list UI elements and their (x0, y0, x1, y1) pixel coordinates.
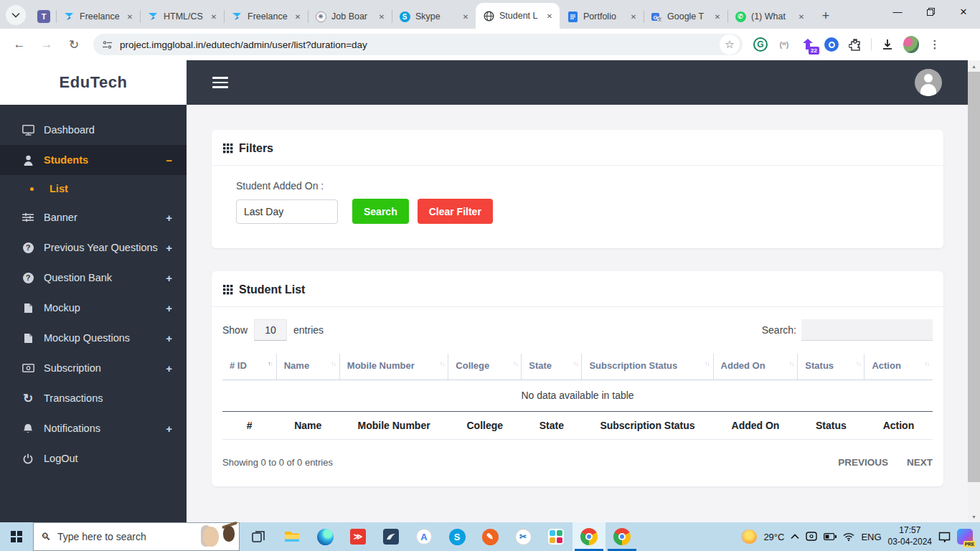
close-tab-icon[interactable]: ✕ (628, 11, 639, 22)
temperature-text[interactable]: 29°C (763, 532, 784, 542)
expand-toggle-icon[interactable]: + (166, 242, 172, 254)
sidebar-item-question-bank[interactable]: ?Question Bank+ (0, 263, 187, 293)
browser-tab-5[interactable]: SSkype✕ (392, 4, 476, 29)
close-tab-icon[interactable]: ✕ (376, 11, 387, 22)
search-doodle-image[interactable] (199, 524, 237, 550)
sort-arrows-icon[interactable]: ↑↓ (440, 360, 445, 367)
browser-tab-1[interactable]: Freelance✕ (56, 4, 140, 29)
scroll-up-icon[interactable]: ▲ (968, 60, 980, 72)
page-scrollbar[interactable]: ▲ ▼ (968, 60, 980, 522)
blue-extension-icon[interactable] (824, 37, 839, 52)
added-on-input[interactable] (236, 199, 338, 224)
gray-extension-icon[interactable]: (ʷ) (776, 37, 792, 52)
taskbar-app-database-app[interactable] (374, 522, 407, 551)
url-text[interactable]: project.imgglobal.in/edutech/admin/user/… (120, 39, 720, 50)
pinned-tab-teams[interactable]: T (32, 4, 56, 29)
taskbar-app-design-app[interactable]: A (407, 522, 440, 551)
back-button[interactable]: ← (9, 34, 29, 55)
wifi-icon[interactable] (843, 532, 854, 541)
sort-arrows-icon[interactable]: ↑↓ (856, 360, 861, 367)
weather-icon[interactable] (743, 529, 757, 544)
sidebar-item-mockup-questions[interactable]: Mockup Questions+ (0, 323, 187, 353)
close-tab-icon[interactable]: ✕ (208, 11, 220, 22)
sort-arrows-icon[interactable]: ↑↓ (331, 360, 336, 367)
taskbar-app-slack[interactable] (540, 522, 573, 551)
scrollbar-thumb[interactable] (968, 72, 980, 482)
column-header-added-on[interactable]: Added On↑↓ (713, 354, 798, 380)
taskbar-search[interactable]: 🔎︎ Type here to search (33, 522, 240, 551)
search-button[interactable]: Search (352, 199, 409, 224)
clear-filter-button[interactable]: Clear Filter (418, 199, 493, 224)
sort-arrows-icon[interactable]: ↑↓ (268, 360, 273, 367)
copilot-icon[interactable]: PRE (957, 529, 973, 545)
start-button[interactable] (0, 522, 33, 551)
taskbar-app-chrome[interactable] (573, 522, 606, 551)
browser-menu-icon[interactable]: ⋮ (927, 37, 943, 52)
close-tab-icon[interactable]: ✕ (544, 10, 555, 22)
teams-tray-icon[interactable] (806, 532, 817, 542)
sidebar-item-transactions[interactable]: ↺Transactions (0, 383, 187, 413)
column-header-action[interactable]: Action↑↓ (864, 354, 933, 380)
browser-tab-7[interactable]: Portfolio✕ (560, 4, 644, 29)
column-header-state[interactable]: State↑↓ (522, 354, 582, 380)
sidebar-item-notifications[interactable]: Notifications+ (0, 413, 187, 443)
taskbar-app-file-explorer[interactable] (275, 522, 308, 551)
taskbar-app-task-view[interactable] (242, 522, 275, 551)
brand-logo[interactable]: EduTech (0, 60, 187, 105)
clock[interactable]: 17:57 03-04-2024 (888, 525, 932, 547)
taskbar-app-orange-app[interactable]: ✎ (473, 522, 507, 551)
sort-arrows-icon[interactable]: ↑↓ (789, 360, 794, 367)
minimize-button[interactable]: — (881, 0, 914, 23)
language-indicator[interactable]: ENG (861, 532, 881, 542)
column-header-college[interactable]: College↑↓ (448, 354, 522, 380)
previous-page-button[interactable]: PREVIOUS (838, 457, 888, 468)
close-tab-icon[interactable]: ✕ (124, 11, 136, 22)
notification-center-icon[interactable] (938, 532, 951, 542)
page-size-select[interactable]: 10 (254, 319, 287, 341)
site-settings-icon[interactable] (102, 39, 113, 50)
expand-toggle-icon[interactable]: + (166, 423, 172, 435)
close-tab-icon[interactable]: ✕ (292, 11, 303, 22)
browser-tab-6[interactable]: Student L✕ (476, 3, 560, 29)
omnibox[interactable]: project.imgglobal.in/edutech/admin/user/… (93, 34, 743, 55)
profile-avatar[interactable] (903, 37, 919, 52)
expand-toggle-icon[interactable]: + (166, 302, 172, 314)
reload-button[interactable]: ↻ (64, 34, 84, 55)
sidebar-subitem-list[interactable]: List (0, 175, 187, 202)
sort-arrows-icon[interactable]: ↑↓ (573, 360, 578, 367)
browser-tab-4[interactable]: ✳Job Boar✕ (308, 4, 392, 29)
sidebar-item-logout[interactable]: LogOut (0, 443, 187, 474)
table-search-input[interactable] (801, 319, 933, 341)
browser-tab-9[interactable]: ✆(1) What✕ (727, 4, 811, 29)
close-window-button[interactable]: ✕ (947, 0, 980, 23)
user-avatar[interactable] (915, 69, 942, 96)
column-header-subscription-status[interactable]: Subscription Status↑↓ (582, 354, 713, 380)
sidebar-item-mockup[interactable]: Mockup+ (0, 293, 187, 323)
browser-tab-2[interactable]: HTML/CS✕ (140, 4, 224, 29)
purple-extension-icon[interactable]: 22 (800, 37, 816, 52)
expand-toggle-icon[interactable]: + (166, 362, 172, 375)
column-header-mobile-number[interactable]: Mobile Number↑↓ (339, 354, 448, 380)
sort-arrows-icon[interactable]: ↑↓ (925, 360, 930, 367)
scroll-down-icon[interactable]: ▼ (968, 511, 980, 522)
sidebar-item-students[interactable]: Students− (0, 145, 187, 175)
bookmark-star-icon[interactable]: ☆ (720, 34, 740, 55)
expand-toggle-icon[interactable]: + (166, 212, 172, 224)
close-tab-icon[interactable]: ✕ (460, 11, 471, 22)
taskbar-app-edge[interactable] (308, 522, 341, 551)
maximize-button[interactable] (914, 0, 947, 23)
sidebar-item-banner[interactable]: Banner+ (0, 202, 187, 232)
sort-arrows-icon[interactable]: ↑↓ (513, 360, 518, 367)
close-tab-icon[interactable]: ✕ (712, 11, 723, 22)
taskbar-app-dev-app[interactable]: ≫ (341, 522, 374, 551)
battery-icon[interactable] (824, 533, 837, 540)
sidebar-item-dashboard[interactable]: Dashboard (0, 115, 187, 145)
column-header--id[interactable]: # ID↑↓ (222, 354, 276, 380)
expand-toggle-icon[interactable]: + (166, 272, 172, 284)
expand-toggle-icon[interactable]: − (166, 154, 172, 166)
sort-arrows-icon[interactable]: ↑↓ (705, 360, 710, 367)
hamburger-menu-icon[interactable] (212, 74, 228, 91)
forward-button[interactable]: → (37, 34, 57, 55)
new-tab-button[interactable]: + (816, 6, 836, 26)
column-header-name[interactable]: Name↑↓ (276, 354, 339, 380)
